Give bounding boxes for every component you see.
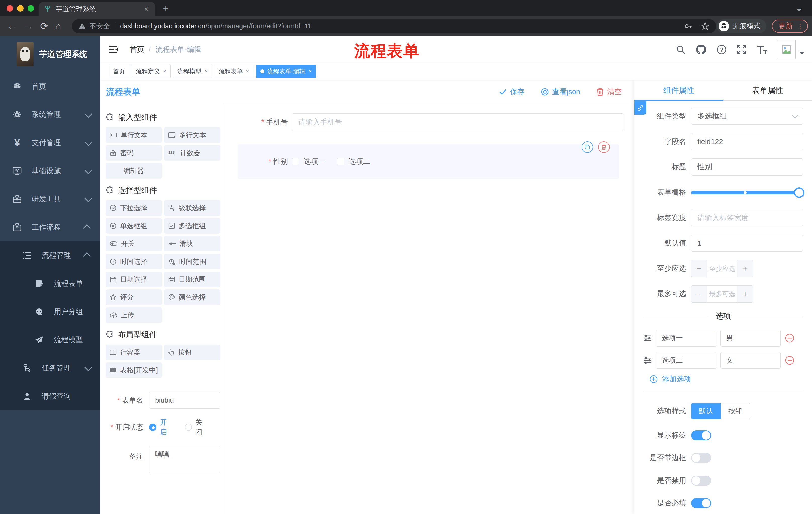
close-tag-icon[interactable]: × [204,68,208,75]
form-grid-slider[interactable] [691,184,803,201]
component-item-counter[interactable]: 123 计数器 [164,145,220,161]
max-select-value[interactable]: 最多可选 [707,286,737,302]
view-json-button[interactable]: 查看json [541,87,580,97]
status-radio-on[interactable]: 开启 [149,418,171,437]
option-label-input[interactable] [656,352,716,369]
component-type-select[interactable]: 多选框组 [691,108,803,125]
option-label-input[interactable] [656,330,716,347]
window-controls[interactable] [6,5,34,11]
close-window-button[interactable] [6,5,13,11]
avatar[interactable] [777,40,796,59]
style-button-button[interactable]: 按钮 [721,403,750,419]
style-default-button[interactable]: 默认 [691,403,721,419]
min-select-value[interactable]: 至少应选 [707,260,737,277]
sidebar-item-process-mgmt[interactable]: 流程管理 [0,241,100,270]
address-bar[interactable]: 不安全 dashboard.yudao.iocoder.cn/bpm/manag… [72,19,716,33]
forward-icon[interactable]: → [24,21,33,31]
component-item-radio-group[interactable]: 单选框组 [106,218,162,234]
field-name-input[interactable] [691,133,803,150]
disabled-switch[interactable] [691,476,711,486]
avatar-dropdown-icon[interactable] [800,52,805,54]
component-item-color-picker[interactable]: 颜色选择 [164,290,220,305]
tag-process-model[interactable]: 流程模型× [173,65,212,78]
sidebar-collapse-icon[interactable] [109,45,119,54]
back-icon[interactable]: ← [7,21,17,31]
clear-button[interactable]: 清空 [596,87,622,97]
show-label-switch[interactable] [691,430,711,440]
remove-option-button[interactable] [785,333,795,343]
tab-form-props[interactable]: 表单属性 [723,80,812,100]
copy-component-button[interactable] [582,141,593,153]
increase-button[interactable]: + [737,260,753,277]
border-switch[interactable] [691,453,711,463]
sidebar-item-infra[interactable]: 基础设施 [0,157,100,185]
decrease-button[interactable]: − [691,260,707,277]
sidebar-item-task-mgmt[interactable]: 任务管理 [0,354,100,382]
component-item-row-container[interactable]: 行容器 [106,345,162,360]
home-icon[interactable]: ⌂ [55,21,61,31]
option-value-input[interactable] [720,352,781,369]
decrease-button[interactable]: − [691,286,707,302]
component-item-date-picker[interactable]: 日期选择 [106,272,162,287]
sidebar-item-user-group[interactable]: 用户分组 [0,298,100,326]
form-canvas[interactable]: 手机号 请输入手机号 性别 选项一 选项二 [225,104,634,514]
drag-handle-icon[interactable] [643,334,652,342]
increase-button[interactable]: + [737,286,753,302]
sidebar-item-payment[interactable]: ¥ 支付管理 [0,129,100,157]
fullscreen-icon[interactable] [736,44,747,55]
default-value-input[interactable] [691,235,803,252]
browser-menu-icon[interactable]: ⋮ [797,22,804,30]
sidebar-item-system[interactable]: 系统管理 [0,101,100,129]
component-item-date-range[interactable]: 日期范围 [164,272,220,287]
minimize-window-button[interactable] [17,5,24,11]
tag-home[interactable]: 首页 [109,65,129,78]
drag-handle-icon[interactable] [643,357,652,364]
remark-textarea[interactable]: 嘿嘿 [149,446,220,473]
component-item-table[interactable]: 表格[开发中] [106,362,162,378]
close-tag-icon[interactable]: × [163,68,166,75]
form-name-input[interactable] [149,392,220,409]
component-item-password[interactable]: 密码 [106,145,162,161]
label-width-input[interactable] [691,209,803,226]
status-radio-off[interactable]: 关闭 [185,418,207,437]
component-item-checkbox-group[interactable]: 多选框组 [164,218,220,234]
tab-overflow-icon[interactable] [796,8,802,11]
new-tab-button[interactable]: + [163,3,169,14]
add-option-button[interactable]: 添加选项 [649,374,803,384]
breadcrumb-home[interactable]: 首页 [129,45,144,55]
canvas-field-phone[interactable]: 手机号 请输入手机号 [225,113,623,131]
tag-process-form-edit[interactable]: 流程表单-编辑× [256,65,316,78]
component-item-upload[interactable]: 上传 [106,307,162,323]
sidebar-item-home[interactable]: 首页 [0,73,100,101]
component-item-cascader[interactable]: 级联选择 [164,200,220,216]
tab-component-props[interactable]: 组件属性 [634,80,723,100]
link-badge[interactable] [634,101,646,115]
sidebar-item-devtools[interactable]: 研发工具 [0,185,100,213]
component-item-switch[interactable]: 开关 [106,236,162,251]
close-tab-icon[interactable]: × [143,5,150,13]
component-item-time-picker[interactable]: 时间选择 [106,254,162,269]
sidebar-item-workflow[interactable]: 工作流程 [0,213,100,241]
component-item-select[interactable]: 下拉选择 [106,200,162,216]
font-size-icon[interactable] [756,44,768,55]
browser-tab[interactable]: 芋道管理系统 × [39,2,155,16]
close-tag-icon[interactable]: × [246,68,249,75]
gender-checkbox-1[interactable]: 选项一 [292,157,325,167]
save-button[interactable]: 保存 [499,87,525,97]
component-item-time-range[interactable]: 时间范围 [164,254,220,269]
required-switch[interactable] [691,498,711,508]
phone-input[interactable]: 请输入手机号 [292,113,623,131]
tag-process-definition[interactable]: 流程定义× [132,65,171,78]
sidebar-item-process-model[interactable]: 流程模型 [0,326,100,354]
reload-icon[interactable]: ⟳ [40,21,48,31]
component-item-button[interactable]: 按钮 [164,345,220,360]
help-icon[interactable]: ? [716,44,727,55]
component-item-single-line-text[interactable]: 单行文本 [106,127,162,143]
delete-component-button[interactable] [598,141,610,153]
close-tag-icon[interactable]: × [309,68,312,75]
sidebar-item-leave-query[interactable]: 请假查询 [0,382,100,410]
slider-handle[interactable] [794,187,805,198]
gender-checkbox-2[interactable]: 选项二 [337,157,370,167]
component-item-multi-line-text[interactable]: 多行文本 [164,127,220,143]
security-warning-icon[interactable] [78,23,86,30]
